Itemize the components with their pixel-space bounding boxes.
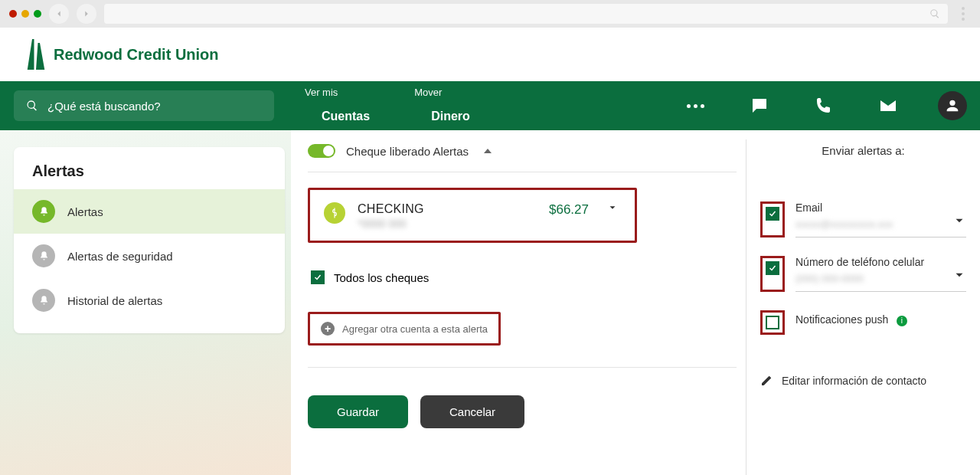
account-selector[interactable]: CHECKING *0000 000 $66.27 (308, 188, 637, 243)
sidebar-title: Alertas (14, 162, 285, 189)
bell-icon (32, 289, 55, 312)
alert-toggle[interactable] (308, 144, 335, 158)
sidebar-item-label: Alertas (67, 205, 103, 218)
dollar-icon (324, 202, 345, 224)
edit-contact-button[interactable]: Editar información de contacto (760, 375, 966, 387)
email-value: xxxxx@xxxxxxxxx.xxx (795, 218, 893, 230)
sidebar-item-security-alerts[interactable]: Alertas de seguridad (14, 234, 285, 278)
logo-strip: Redwood Credit Union (0, 28, 980, 81)
brand-logo[interactable]: Redwood Credit Union (26, 39, 219, 70)
site-header: ¿Qué está buscando? Ver mis Cuentas Move… (0, 81, 980, 130)
site-search-input[interactable]: ¿Qué está buscando? (14, 90, 274, 121)
nav-accounts[interactable]: Ver mis Cuentas (305, 87, 384, 125)
chat-icon (750, 97, 769, 115)
all-checks-checkbox[interactable]: Todos los cheques (311, 270, 740, 284)
checkbox-icon (766, 261, 779, 275)
push-label: Notificaciones push (795, 313, 888, 326)
profile-button[interactable] (936, 89, 969, 123)
search-placeholder: ¿Qué está buscando? (47, 100, 161, 113)
maximize-dot-icon[interactable] (34, 10, 41, 18)
redwood-tree-icon (26, 39, 46, 70)
forward-button[interactable] (77, 4, 96, 24)
checkbox-icon (311, 270, 325, 284)
all-checks-label: Todos los cheques (334, 271, 429, 284)
dots-icon (687, 104, 704, 108)
push-checkbox[interactable] (760, 310, 785, 335)
email-checkbox[interactable] (760, 201, 785, 238)
destination-push: Notificaciones push i (760, 301, 966, 344)
cancel-button[interactable]: Cancelar (420, 395, 524, 428)
sidebar-item-alert-history[interactable]: Historial de alertas (14, 278, 285, 323)
url-bar[interactable] (104, 4, 948, 24)
close-dot-icon[interactable] (9, 10, 17, 18)
chat-button[interactable] (743, 89, 776, 123)
window-controls (9, 10, 41, 18)
back-button[interactable] (49, 4, 69, 24)
alert-toggle-label: Cheque liberado Alertas (346, 145, 469, 158)
minimize-dot-icon[interactable] (21, 10, 29, 18)
collapse-icon[interactable] (484, 149, 492, 153)
browser-chrome (0, 0, 980, 28)
chevron-down-icon (607, 202, 621, 216)
pencil-icon (760, 375, 773, 387)
info-icon[interactable]: i (897, 316, 907, 326)
email-label: Email (795, 201, 966, 214)
send-alerts-title: Enviar alertas a: (760, 144, 966, 192)
browser-menu-icon[interactable] (956, 7, 971, 21)
more-menu-button[interactable] (678, 89, 712, 123)
bell-icon (32, 244, 55, 267)
account-name: CHECKING (358, 202, 537, 216)
bell-icon (32, 200, 55, 223)
phone-dropdown[interactable]: Número de teléfono celular (000) 000-000… (795, 256, 966, 292)
save-button[interactable]: Guardar (308, 395, 408, 428)
email-dropdown[interactable]: Email xxxxx@xxxxxxxxx.xxx (795, 201, 966, 238)
destination-phone: Número de teléfono celular (000) 000-000… (760, 247, 966, 301)
checkbox-empty-icon (766, 316, 779, 329)
chevron-down-icon (952, 268, 966, 285)
phone-label: Número de teléfono celular (795, 256, 966, 268)
phone-checkbox[interactable] (760, 256, 785, 292)
account-number-masked: *0000 000 (358, 218, 537, 230)
send-alerts-panel: Enviar alertas a: Email xxxxx@xxxxxxxxx.… (746, 139, 966, 475)
add-account-button[interactable]: + Agregar otra cuenta a esta alerta (308, 312, 501, 346)
sidebar-item-alerts[interactable]: Alertas (14, 189, 285, 234)
sidebar-item-label: Historial de alertas (67, 294, 162, 307)
chevron-down-icon (952, 214, 966, 231)
avatar-icon (938, 91, 967, 120)
phone-value: (000) 000-0000 (795, 273, 864, 284)
brand-name: Redwood Credit Union (54, 46, 219, 64)
mail-button[interactable] (871, 89, 905, 123)
search-icon (929, 8, 940, 19)
phone-button[interactable] (807, 89, 841, 123)
checkbox-icon (766, 207, 779, 221)
phone-icon (815, 97, 833, 115)
sidebar: Alertas Alertas Alertas de seguridad His… (0, 130, 291, 475)
destination-email: Email xxxxx@xxxxxxxxx.xxx (760, 192, 966, 247)
mail-icon (879, 97, 897, 115)
edit-contact-label: Editar información de contacto (782, 375, 926, 387)
sidebar-item-label: Alertas de seguridad (67, 250, 173, 263)
add-account-label: Agregar otra cuenta a esta alerta (342, 323, 488, 335)
alert-config-panel: Cheque liberado Alertas CHECKING *0000 0… (308, 139, 740, 475)
nav-move-money[interactable]: Mover Dinero (414, 87, 484, 125)
account-balance: $66.27 (549, 202, 589, 218)
search-icon (26, 100, 38, 112)
plus-icon: + (321, 322, 335, 336)
